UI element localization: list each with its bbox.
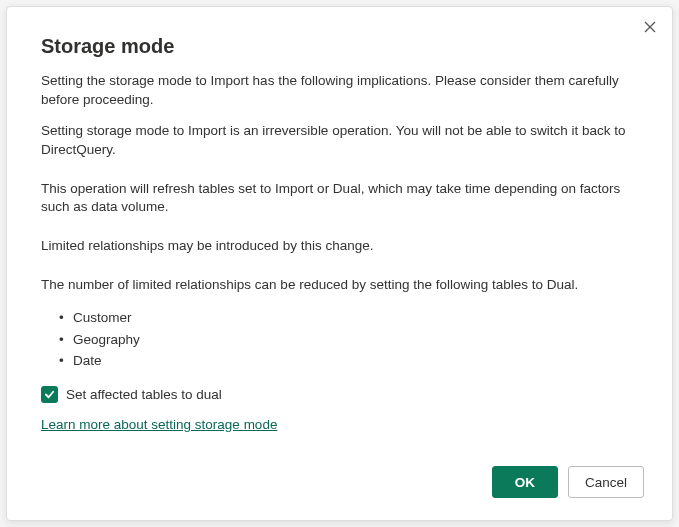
paragraph-intro: Setting the storage mode to Import has t… xyxy=(41,72,638,110)
list-item: Date xyxy=(59,350,638,372)
set-affected-tables-label: Set affected tables to dual xyxy=(66,387,222,402)
list-item: Customer xyxy=(59,307,638,329)
ok-button[interactable]: OK xyxy=(492,466,558,498)
set-affected-tables-checkbox[interactable] xyxy=(41,386,58,403)
paragraph-refresh: This operation will refresh tables set t… xyxy=(41,180,638,218)
checkmark-icon xyxy=(44,389,55,400)
cancel-button[interactable]: Cancel xyxy=(568,466,644,498)
close-icon xyxy=(644,21,656,33)
paragraph-reduce: The number of limited relationships can … xyxy=(41,276,638,295)
set-affected-tables-row: Set affected tables to dual xyxy=(41,386,638,403)
paragraph-irreversible: Setting storage mode to Import is an irr… xyxy=(41,122,638,160)
dialog-title: Storage mode xyxy=(41,35,638,58)
close-button[interactable] xyxy=(640,17,660,37)
dialog-footer: OK Cancel xyxy=(7,454,672,520)
list-item: Geography xyxy=(59,329,638,351)
paragraph-limited: Limited relationships may be introduced … xyxy=(41,237,638,256)
dialog-content: Storage mode Setting the storage mode to… xyxy=(7,7,672,454)
learn-more-link[interactable]: Learn more about setting storage mode xyxy=(41,417,277,432)
storage-mode-dialog: Storage mode Setting the storage mode to… xyxy=(6,6,673,521)
tables-list: Customer Geography Date xyxy=(59,307,638,372)
